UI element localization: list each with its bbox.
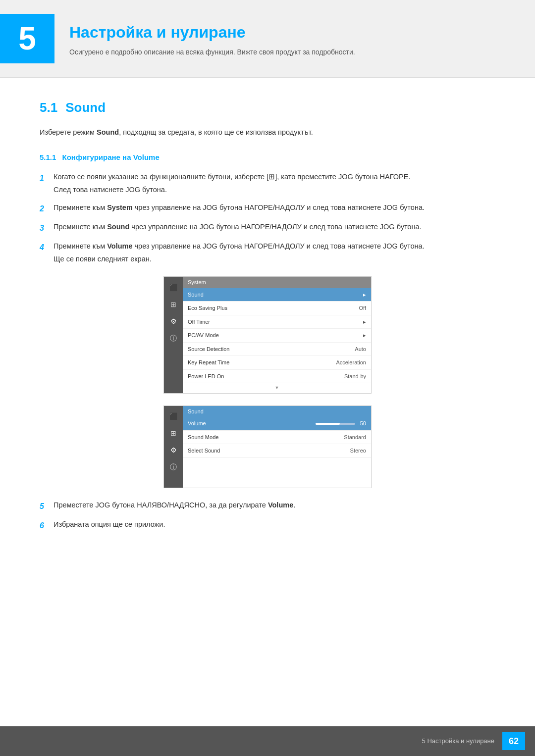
step-1-sub: След това натиснете JOG бутона.: [54, 185, 495, 196]
step-4-content: Преминете към Volume чрез управление на …: [54, 241, 495, 265]
subsection-heading: 5.1.1 Конфигуриране на Volume: [40, 152, 495, 163]
screenshot1-row-sound: Sound ▸: [183, 288, 371, 302]
steps-continued-list: 5 Преместете JOG бутона НАЛЯВО/НАДЯСНО, …: [40, 500, 495, 532]
screenshot2-box: ⬛ ⊞ ⚙ ⓘ Sound Volume 50 Sound Mo: [163, 405, 372, 488]
step-2-content: Преминете към System чрез управление на …: [54, 202, 495, 213]
step-2-bold: System: [107, 203, 133, 211]
chapter-number: 5: [0, 14, 54, 63]
step-1-number: 1: [40, 172, 54, 184]
section-heading: 5.1 Sound: [40, 98, 495, 117]
chapter-title-area: Настройка и нулиране Осигурено е подробн…: [69, 20, 505, 57]
sidebar-monitor-icon: ⬛: [167, 282, 179, 294]
step-3-number: 3: [40, 222, 54, 234]
step-2: 2 Преминете към System чрез управление н…: [40, 202, 495, 215]
screenshot1-row-offtimer: Off Timer ▸: [183, 315, 371, 329]
footer-page-number: 62: [502, 732, 525, 750]
step-1: 1 Когато се появи указание за функционал…: [40, 172, 495, 196]
step-3-content: Преминете към Sound чрез управление на J…: [54, 222, 495, 233]
volume-bar-area: 50: [316, 419, 366, 428]
intro-text-before: Изберете режим: [40, 128, 97, 136]
screenshot1-header: System: [183, 277, 371, 288]
subsection-number: 5.1.1: [40, 153, 56, 161]
intro-text-after: , подходящ за средата, в която ще се изп…: [119, 128, 313, 136]
step-6-number: 6: [40, 520, 54, 532]
footer-chapter-text: 5 Настройка и нулиране: [422, 736, 494, 746]
step-3: 3 Преминете към Sound чрез управление на…: [40, 222, 495, 234]
volume-number: 50: [360, 419, 366, 428]
screenshot2-container: ⬛ ⊞ ⚙ ⓘ Sound Volume 50 Sound Mo: [40, 405, 495, 488]
steps-list: 1 Когато се появи указание за функционал…: [40, 172, 495, 264]
step-4-number: 4: [40, 242, 54, 253]
screenshot1-container: ⬛ ⊞ ⚙ ⓘ System Sound ▸ Eco Saving Plus O…: [40, 276, 495, 394]
step-5: 5 Преместете JOG бутона НАЛЯВО/НАДЯСНО, …: [40, 500, 495, 512]
screenshot1-row-pcav: PC/AV Mode ▸: [183, 329, 371, 343]
screenshot1-row-source: Source Detection Auto: [183, 343, 371, 356]
screenshot1-row-keyrepeat: Key Repeat Time Acceleration: [183, 356, 371, 370]
step-2-number: 2: [40, 203, 54, 215]
intro-paragraph: Изберете режим Sound, подходящ за средат…: [40, 127, 495, 138]
step-4-bold: Volume: [107, 242, 132, 250]
main-content: 5.1 Sound Изберете режим Sound, подходящ…: [0, 98, 535, 532]
chapter-title: Настройка и нулиране: [69, 20, 505, 44]
screenshot2-menu: Sound Volume 50 Sound Mode Standard Sele: [183, 406, 371, 488]
sidebar-gear-icon: ⚙: [167, 315, 179, 327]
screenshot1-row-powerled: Power LED On Stand-by: [183, 370, 371, 384]
sidebar-grid-icon: ⊞: [167, 299, 179, 310]
screenshot2-row-selectsound: Select Sound Stereo: [183, 444, 371, 458]
screenshot2-row-volume: Volume 50: [183, 417, 371, 431]
section-number: 5.1: [40, 98, 57, 117]
step-5-content: Преместете JOG бутона НАЛЯВО/НАДЯСНО, за…: [54, 500, 495, 511]
volume-fill: [316, 423, 340, 425]
subsection-title: Конфигуриране на Volume: [62, 153, 160, 161]
page-footer: 5 Настройка и нулиране 62: [0, 726, 535, 756]
step-6-content: Избраната опция ще се приложи.: [54, 519, 495, 530]
step-5-number: 5: [40, 501, 54, 512]
sidebar2-grid-icon: ⊞: [167, 428, 179, 440]
chapter-subtitle: Осигурено е подробно описание на всяка ф…: [69, 47, 505, 57]
screenshot2-empty-space: [183, 458, 371, 488]
screenshot2-row-soundmode: Sound Mode Standard: [183, 431, 371, 445]
screenshot2-sidebar: ⬛ ⊞ ⚙ ⓘ: [164, 406, 183, 488]
screenshot1-menu: System Sound ▸ Eco Saving Plus Off Off T…: [183, 277, 371, 393]
volume-bar: [316, 423, 355, 425]
screenshot1-scroll-indicator: ▼: [183, 383, 371, 393]
chapter-header: 5 Настройка и нулиране Осигурено е подро…: [0, 0, 535, 78]
sidebar2-gear-icon: ⚙: [167, 445, 179, 456]
sidebar-info-icon: ⓘ: [167, 332, 179, 344]
sidebar2-info-icon: ⓘ: [167, 461, 179, 473]
intro-bold: Sound: [97, 128, 119, 136]
screenshot2-header: Sound: [183, 406, 371, 417]
step-5-bold: Volume: [268, 501, 293, 509]
section-title: Sound: [65, 98, 106, 117]
step-3-bold: Sound: [107, 223, 129, 231]
screenshot1-box: ⬛ ⊞ ⚙ ⓘ System Sound ▸ Eco Saving Plus O…: [163, 276, 372, 394]
screenshot1-row-eco: Eco Saving Plus Off: [183, 302, 371, 315]
step-4: 4 Преминете към Volume чрез управление н…: [40, 241, 495, 265]
step-4-sub: Ще се появи следният екран.: [54, 254, 495, 265]
step-1-content: Когато се появи указание за функционални…: [54, 172, 495, 196]
sidebar2-monitor-icon: ⬛: [167, 411, 179, 423]
step-6: 6 Избраната опция ще се приложи.: [40, 519, 495, 532]
screenshot1-sidebar: ⬛ ⊞ ⚙ ⓘ: [164, 277, 183, 393]
